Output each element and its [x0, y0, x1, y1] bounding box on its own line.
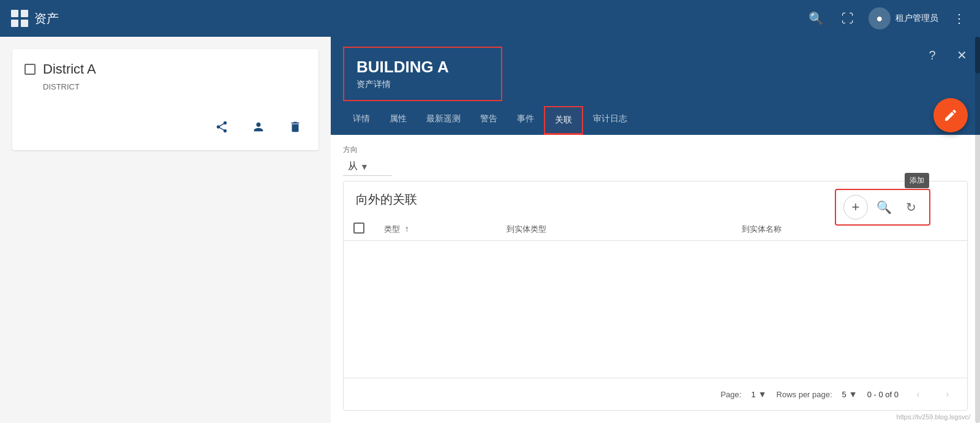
top-header: 资产 🔍 ⛶ ● 租户管理员 ⋮ [0, 0, 980, 37]
fullscreen-button[interactable]: ⛶ [837, 7, 859, 29]
tabs-container: 详情 属性 最新遥测 警告 事件 关联 审计日志 [331, 106, 980, 135]
tab-telemetry[interactable]: 最新遥测 [417, 106, 470, 135]
right-scrollbar[interactable] [975, 37, 980, 423]
app-title: 资产 [34, 10, 59, 27]
logo-icon [10, 9, 29, 28]
prev-icon: ‹ [916, 389, 919, 400]
assign-button[interactable] [247, 116, 270, 138]
detail-header-wrap: BUILDING A 资产详情 [331, 37, 980, 101]
direction-select[interactable]: 从 ▼ [343, 158, 392, 176]
svg-rect-0 [11, 10, 18, 17]
building-subtitle: 资产详情 [356, 79, 464, 90]
svg-rect-3 [21, 20, 28, 27]
user-avatar: ● [869, 7, 891, 29]
direction-row: 方向 从 ▼ [331, 135, 980, 181]
main-layout: District A DISTRICT [0, 37, 980, 423]
th-entity-type: 到实体类型 [497, 218, 732, 241]
share-icon [215, 120, 228, 134]
asset-card-actions [24, 116, 306, 138]
tab-audit[interactable]: 审计日志 [583, 106, 637, 135]
building-title: BUILDING A [356, 58, 464, 77]
left-panel: District A DISTRICT [0, 37, 331, 423]
direction-value: 从 [348, 160, 358, 173]
header-checkbox[interactable] [353, 223, 364, 234]
tab-alarms[interactable]: 警告 [470, 106, 507, 135]
page-label: Page: [720, 390, 741, 399]
more-icon: ⋮ [953, 11, 965, 26]
page-select[interactable]: 1 ▼ [751, 389, 766, 399]
share-button[interactable] [211, 116, 233, 138]
add-relation-button[interactable]: + [843, 195, 868, 219]
edit-fab-button[interactable] [933, 98, 968, 132]
close-button[interactable]: ✕ [951, 44, 973, 66]
th-type: 类型 ↑ [374, 218, 497, 241]
th-type-label: 类型 [384, 224, 400, 234]
right-panel: BUILDING A 资产详情 ? ✕ 详情 属性 最新遥测 警告 事件 [331, 37, 980, 423]
search-relation-icon: 🔍 [876, 200, 892, 215]
add-icon: + [852, 199, 860, 215]
page-value: 1 [751, 390, 755, 399]
delete-button[interactable] [284, 116, 306, 138]
app-logo: 资产 [10, 9, 59, 28]
close-icon: ✕ [957, 48, 967, 63]
rows-per-page-select[interactable]: 5 ▼ [842, 389, 858, 399]
tab-details[interactable]: 详情 [343, 106, 380, 135]
refresh-icon: ↻ [906, 200, 916, 215]
pagination-row: Page: 1 ▼ Rows per page: 5 ▼ 0 - 0 of 0 … [344, 378, 967, 410]
tab-attributes[interactable]: 属性 [380, 106, 417, 135]
more-menu-button[interactable]: ⋮ [948, 7, 970, 29]
search-button[interactable]: 🔍 [805, 7, 827, 29]
prev-page-button[interactable]: ‹ [908, 384, 928, 404]
pagination-count: 0 - 0 of 0 [867, 390, 899, 399]
search-icon: 🔍 [809, 11, 824, 26]
user-info: ● 租户管理员 [869, 7, 938, 29]
direction-select-wrapper: 方向 从 ▼ [343, 145, 392, 176]
relation-box: 添加 + 🔍 ↻ 向外的关联 [343, 181, 968, 411]
add-tooltip: 添加 [905, 173, 929, 188]
tab-events[interactable]: 事件 [507, 106, 544, 135]
asset-name: District A [43, 61, 96, 77]
rows-label: Rows per page: [777, 390, 832, 399]
tab-relations[interactable]: 关联 [544, 106, 583, 135]
asset-card-header: District A [24, 61, 306, 77]
scrollbar-thumb [975, 37, 980, 74]
header-actions: 🔍 ⛶ ● 租户管理员 ⋮ [805, 7, 970, 29]
avatar-icon: ● [876, 12, 883, 25]
delete-icon [288, 120, 302, 134]
asset-detail-header: BUILDING A 资产详情 [343, 47, 502, 101]
asset-checkbox[interactable] [24, 64, 36, 75]
add-btn-area: 添加 + 🔍 ↻ [835, 189, 930, 226]
refresh-relations-button[interactable]: ↻ [900, 196, 922, 218]
fullscreen-icon: ⛶ [842, 12, 854, 26]
help-icon: ? [929, 48, 935, 63]
page-arrow-icon: ▼ [758, 389, 767, 399]
asset-card: District A DISTRICT [12, 49, 318, 150]
user-name: 租户管理员 [895, 13, 938, 24]
direction-label: 方向 [343, 145, 392, 155]
next-icon: › [946, 389, 949, 400]
rows-arrow-icon: ▼ [849, 389, 858, 399]
assign-icon [252, 120, 265, 134]
next-page-button[interactable]: › [938, 384, 957, 404]
search-relations-button[interactable]: 🔍 [873, 196, 895, 218]
svg-rect-1 [21, 10, 28, 17]
asset-type: DISTRICT [43, 82, 306, 91]
th-checkbox [344, 218, 374, 241]
header-close-area: ? ✕ [921, 44, 973, 66]
content-area: 方向 从 ▼ 添加 + 🔍 [331, 135, 980, 423]
rows-value: 5 [842, 390, 846, 399]
help-button[interactable]: ? [921, 44, 943, 66]
direction-dropdown-arrow: ▼ [360, 162, 369, 172]
svg-rect-2 [11, 20, 18, 27]
footer-url: https://tv259.blog.lsgsvc/ [331, 411, 980, 423]
sort-type-icon[interactable]: ↑ [405, 224, 409, 234]
edit-icon [943, 108, 958, 123]
